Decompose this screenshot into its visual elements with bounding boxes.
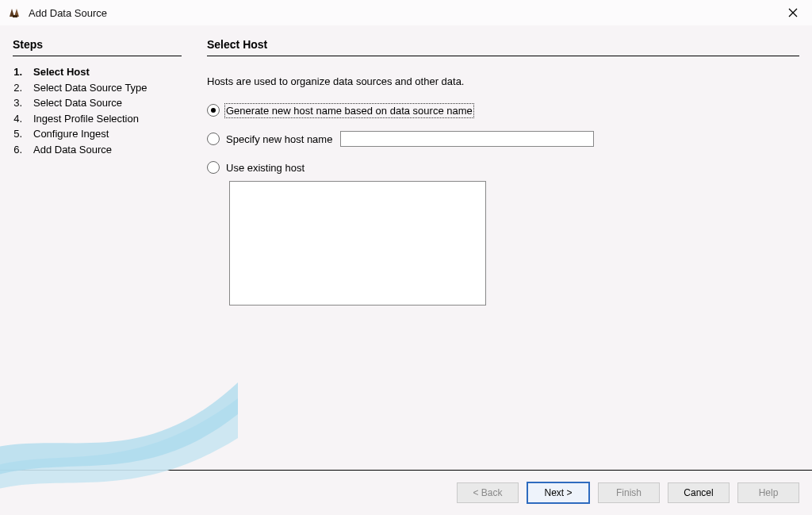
step-item: 1. Select Host bbox=[13, 64, 182, 80]
step-label: Select Host bbox=[33, 64, 90, 80]
cancel-button[interactable]: Cancel bbox=[668, 482, 730, 503]
radio-existing-label: Use existing host bbox=[226, 162, 304, 174]
step-num: 5. bbox=[13, 126, 22, 142]
step-num: 1. bbox=[13, 64, 22, 80]
existing-hosts-list[interactable] bbox=[229, 181, 486, 306]
radio-existing[interactable] bbox=[207, 161, 220, 174]
step-item: 2. Select Data Source Type bbox=[13, 80, 182, 96]
next-button[interactable]: Next > bbox=[527, 482, 590, 504]
finish-button[interactable]: Finish bbox=[598, 482, 660, 503]
radio-specify-row[interactable]: Specify new host name bbox=[207, 130, 799, 148]
svg-rect-0 bbox=[13, 15, 17, 17]
steps-heading: Steps bbox=[13, 38, 182, 56]
step-item: 6. Add Data Source bbox=[13, 142, 182, 158]
window-title: Add Data Source bbox=[29, 7, 780, 19]
specify-hostname-input[interactable] bbox=[340, 131, 594, 147]
step-num: 2. bbox=[13, 80, 22, 96]
step-item: 5. Configure Ingest bbox=[13, 126, 182, 142]
steps-sidebar: Steps 1. Select Host 2. Select Data Sour… bbox=[0, 25, 194, 470]
radio-specify-label: Specify new host name bbox=[226, 133, 332, 145]
titlebar: Add Data Source bbox=[0, 0, 812, 25]
step-num: 6. bbox=[13, 142, 22, 158]
radio-generate-label: Generate new host name based on data sou… bbox=[226, 105, 473, 117]
steps-list: 1. Select Host 2. Select Data Source Typ… bbox=[13, 64, 182, 157]
step-label: Select Data Source bbox=[33, 95, 122, 111]
app-icon bbox=[8, 6, 22, 20]
close-icon[interactable] bbox=[780, 0, 806, 25]
step-num: 3. bbox=[13, 95, 22, 111]
button-bar: < Back Next > Finish Cancel Help bbox=[0, 471, 812, 515]
step-label: Select Data Source Type bbox=[33, 80, 147, 96]
step-label: Add Data Source bbox=[33, 142, 112, 158]
content-heading: Select Host bbox=[207, 38, 799, 56]
radio-existing-row[interactable]: Use existing host bbox=[207, 159, 799, 176]
step-label: Configure Ingest bbox=[33, 126, 109, 142]
radio-specify[interactable] bbox=[207, 133, 220, 145]
back-button[interactable]: < Back bbox=[457, 482, 519, 503]
step-label: Ingest Profile Selection bbox=[33, 111, 139, 127]
step-num: 4. bbox=[13, 111, 22, 127]
radio-generate[interactable] bbox=[207, 104, 220, 117]
step-item: 3. Select Data Source bbox=[13, 95, 182, 111]
dialog-body: Steps 1. Select Host 2. Select Data Sour… bbox=[0, 25, 812, 470]
help-button[interactable]: Help bbox=[737, 482, 799, 503]
step-item: 4. Ingest Profile Selection bbox=[13, 111, 182, 127]
content-panel: Select Host Hosts are used to organize d… bbox=[194, 25, 812, 470]
radio-generate-row[interactable]: Generate new host name based on data sou… bbox=[207, 102, 799, 119]
content-intro: Hosts are used to organize data sources … bbox=[207, 75, 799, 87]
